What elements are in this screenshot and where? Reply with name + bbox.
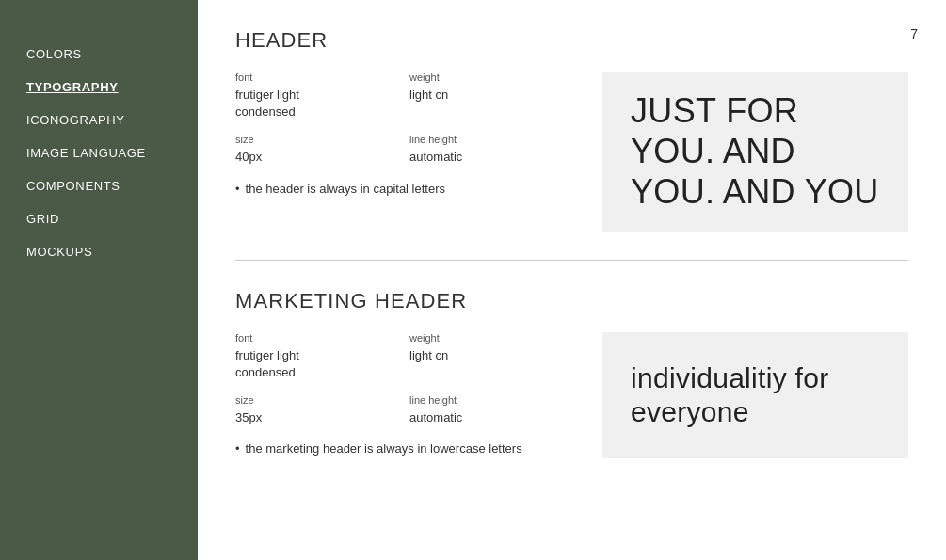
size-label-marketing-header: size <box>235 394 409 406</box>
section-marketing-header: MARKETING HEADERfontfrutiger light conde… <box>235 289 908 487</box>
font-label-marketing-header: font <box>235 332 409 344</box>
main-content: 7 HEADERfontfrutiger light condensedweig… <box>198 0 946 560</box>
preview-box-marketing-header: individualitiy for everyone <box>602 332 908 458</box>
font-label-header: font <box>235 72 409 83</box>
font-value-header: frutiger light condensed <box>235 87 409 120</box>
sidebar-item-image-language[interactable]: IMAGE LANGUAGE <box>0 136 198 169</box>
weight-value-marketing-header: light cn <box>409 347 584 364</box>
preview-text-marketing-header: individualitiy for everyone <box>631 361 880 429</box>
bullet-item-marketing-header: the marketing header is always in lowerc… <box>235 440 584 458</box>
sidebar: COLORSTYPOGRAPHYICONOGRAPHYIMAGE LANGUAG… <box>0 0 198 560</box>
sidebar-item-typography[interactable]: TYPOGRAPHY <box>0 71 198 104</box>
font-value-marketing-header: frutiger light condensed <box>235 347 409 381</box>
sidebar-item-grid[interactable]: GRID <box>0 202 198 235</box>
weight-label-header: weight <box>409 72 584 83</box>
page-number: 7 <box>910 26 918 41</box>
section-header: HEADERfontfrutiger light condensedweight… <box>235 28 908 261</box>
line-height-label-header: line height <box>409 134 584 145</box>
preview-text-header: JUST FOR YOU. AND YOU. AND YOU <box>631 90 880 213</box>
line-height-label-marketing-header: line height <box>409 394 584 406</box>
size-label-header: size <box>235 134 409 145</box>
size-value-marketing-header: 35px <box>235 409 409 426</box>
line-height-value-marketing-header: automatic <box>409 409 584 426</box>
section-details-marketing-header: fontfrutiger light condensedweightlight … <box>235 332 584 458</box>
sidebar-item-components[interactable]: COMPONENTS <box>0 169 198 202</box>
section-title-header: HEADER <box>235 28 908 53</box>
section-title-marketing-header: MARKETING HEADER <box>235 289 908 313</box>
size-value-header: 40px <box>235 149 409 166</box>
preview-box-header: JUST FOR YOU. AND YOU. AND YOU <box>602 72 908 232</box>
sidebar-item-iconography[interactable]: ICONOGRAPHY <box>0 104 198 136</box>
weight-label-marketing-header: weight <box>409 332 584 344</box>
weight-value-header: light cn <box>409 87 584 104</box>
bullet-item-header: the header is always in capital letters <box>235 180 584 199</box>
sidebar-item-mockups[interactable]: MOCKUPS <box>0 235 198 268</box>
sidebar-item-colors[interactable]: COLORS <box>0 38 198 71</box>
section-details-header: fontfrutiger light condensedweightlight … <box>235 72 584 232</box>
line-height-value-header: automatic <box>409 149 584 166</box>
section-body-header: fontfrutiger light condensedweightlight … <box>235 72 908 232</box>
section-body-marketing-header: fontfrutiger light condensedweightlight … <box>235 332 908 458</box>
